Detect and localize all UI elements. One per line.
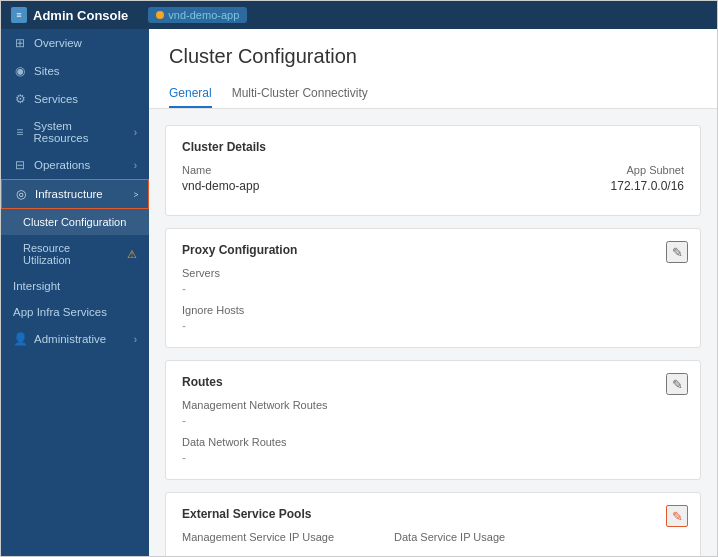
data-ip-usage-label: Data Service IP Usage — [394, 531, 505, 543]
sidebar-item-label: Sites — [34, 65, 60, 77]
sidebar-item-resource-utilization[interactable]: Resource Utilization ⚠ — [1, 235, 149, 273]
sidebar-item-label: Operations — [34, 159, 90, 171]
chevron-up-icon: ^ — [128, 192, 139, 197]
sidebar-item-operations[interactable]: ⊟ Operations › — [1, 151, 149, 179]
content-header: Cluster Configuration General Multi-Clus… — [149, 29, 717, 109]
app-dot — [156, 11, 164, 19]
data-routes-label: Data Network Routes — [182, 436, 684, 448]
content-area: Cluster Configuration General Multi-Clus… — [149, 29, 717, 556]
mgmt-routes-label: Management Network Routes — [182, 399, 684, 411]
app-wrapper: ≡ Admin Console vnd-demo-app ⊞ Overview … — [0, 0, 718, 557]
services-icon: ⚙ — [13, 92, 27, 106]
data-routes-value: - — [182, 451, 684, 465]
servers-value: - — [182, 282, 684, 296]
overview-icon: ⊞ — [13, 36, 27, 50]
sidebar-item-label: Infrastructure — [35, 188, 103, 200]
sidebar-item-sites[interactable]: ◉ Sites — [1, 57, 149, 85]
routes-edit-button[interactable]: ✎ — [666, 373, 688, 395]
ignore-hosts-value: - — [182, 319, 684, 333]
operations-icon: ⊟ — [13, 158, 27, 172]
name-field: Name vnd-demo-app — [182, 164, 259, 193]
cluster-details-row: Name vnd-demo-app App Subnet 172.17.0.0/… — [182, 164, 684, 193]
main-body: ⊞ Overview ◉ Sites ⚙ Services ≡ System R… — [1, 29, 717, 556]
name-value: vnd-demo-app — [182, 179, 259, 193]
sites-icon: ◉ — [13, 64, 27, 78]
routes-section: Routes ✎ Management Network Routes - Dat… — [165, 360, 701, 480]
tab-multi-cluster[interactable]: Multi-Cluster Connectivity — [232, 80, 368, 108]
sidebar-item-administrative[interactable]: 👤 Administrative › — [1, 325, 149, 353]
mgmt-ip-usage-group: Management Service IP Usage 0 Total — [182, 531, 334, 556]
sidebar-item-label: Services — [34, 93, 78, 105]
alert-icon: ⚠ — [127, 248, 137, 261]
sidebar-item-label: Resource Utilization — [23, 242, 117, 266]
top-bar: ≡ Admin Console vnd-demo-app — [1, 1, 717, 29]
data-routes-field: Data Network Routes - — [182, 436, 684, 465]
data-donut: 0 Total — [394, 553, 464, 556]
sidebar: ⊞ Overview ◉ Sites ⚙ Services ≡ System R… — [1, 29, 149, 556]
sidebar-item-label: Overview — [34, 37, 82, 49]
charts-row: Management Service IP Usage 0 Total — [182, 531, 684, 556]
tab-general[interactable]: General — [169, 80, 212, 108]
name-label: Name — [182, 164, 259, 176]
chevron-down-icon: › — [134, 160, 137, 171]
sidebar-item-label: App Infra Services — [13, 306, 107, 318]
app-tag: vnd-demo-app — [148, 7, 247, 23]
content-body: Cluster Details Name vnd-demo-app App Su… — [149, 109, 717, 556]
sidebar-item-label: Cluster Configuration — [23, 216, 126, 228]
proxy-config-edit-button[interactable]: ✎ — [666, 241, 688, 263]
sidebar-item-system-resources[interactable]: ≡ System Resources › — [1, 113, 149, 151]
sidebar-item-intersight[interactable]: Intersight — [1, 273, 149, 299]
brand-icon: ≡ — [11, 7, 27, 23]
mgmt-routes-value: - — [182, 414, 684, 428]
routes-title: Routes — [182, 375, 684, 389]
ignore-hosts-field: Ignore Hosts - — [182, 304, 684, 333]
sidebar-item-overview[interactable]: ⊞ Overview — [1, 29, 149, 57]
ignore-hosts-label: Ignore Hosts — [182, 304, 684, 316]
app-tag-label: vnd-demo-app — [168, 9, 239, 21]
brand-label: Admin Console — [33, 8, 128, 23]
proxy-config-section: Proxy Configuration ✎ Servers - Ignore H… — [165, 228, 701, 348]
chevron-down-icon: › — [134, 127, 137, 138]
administrative-icon: 👤 — [13, 332, 27, 346]
tabs: General Multi-Cluster Connectivity — [169, 80, 697, 108]
proxy-config-title: Proxy Configuration — [182, 243, 684, 257]
sidebar-item-label: Administrative — [34, 333, 106, 345]
mgmt-ip-usage-label: Management Service IP Usage — [182, 531, 334, 543]
mgmt-donut: 0 Total — [182, 553, 252, 556]
cluster-details-title: Cluster Details — [182, 140, 684, 154]
page-title: Cluster Configuration — [169, 45, 697, 68]
servers-field: Servers - — [182, 267, 684, 296]
cluster-details-section: Cluster Details Name vnd-demo-app App Su… — [165, 125, 701, 216]
sidebar-item-label: System Resources — [34, 120, 127, 144]
sidebar-item-infrastructure[interactable]: ◎ Infrastructure ^ — [1, 179, 149, 209]
brand: ≡ Admin Console — [11, 7, 128, 23]
data-ip-usage-group: Data Service IP Usage 0 Total — [394, 531, 505, 556]
sidebar-item-label: Intersight — [13, 280, 60, 292]
external-service-pools-title: External Service Pools — [182, 507, 684, 521]
app-subnet-value: 172.17.0.0/16 — [611, 179, 684, 193]
sidebar-item-app-infra-services[interactable]: App Infra Services — [1, 299, 149, 325]
mgmt-routes-field: Management Network Routes - — [182, 399, 684, 428]
chevron-down-icon: › — [134, 334, 137, 345]
external-service-pools-section: External Service Pools ✎ Management Serv… — [165, 492, 701, 556]
system-resources-icon: ≡ — [13, 125, 27, 139]
external-service-pools-edit-button[interactable]: ✎ — [666, 505, 688, 527]
app-subnet-label: App Subnet — [611, 164, 684, 176]
servers-label: Servers — [182, 267, 684, 279]
app-subnet-field: App Subnet 172.17.0.0/16 — [611, 164, 684, 193]
sidebar-item-cluster-configuration[interactable]: Cluster Configuration — [1, 209, 149, 235]
sidebar-item-services[interactable]: ⚙ Services — [1, 85, 149, 113]
infrastructure-icon: ◎ — [14, 187, 28, 201]
